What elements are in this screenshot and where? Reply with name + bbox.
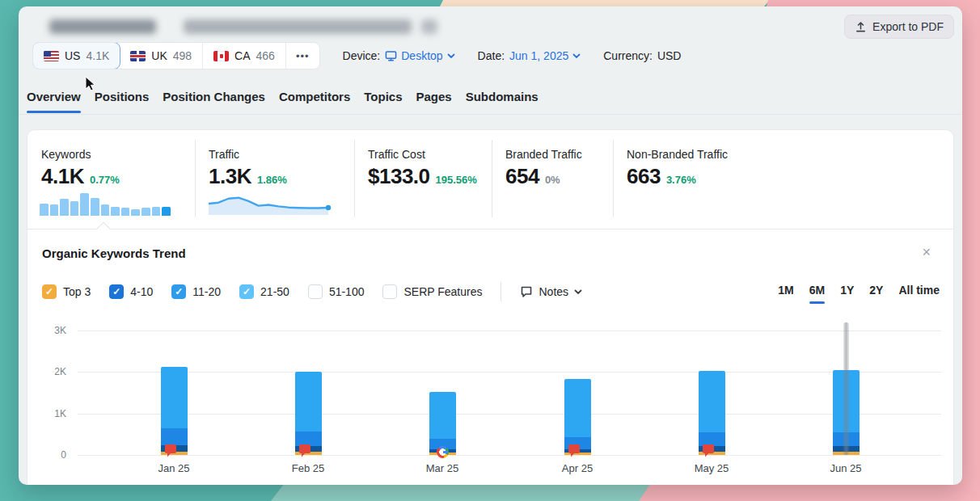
bar-segment-21-50[interactable] bbox=[161, 367, 188, 428]
overview-card: Keywords 4.1K 0.77% Traffic 1.3K 1.86% bbox=[27, 129, 954, 485]
country-tab-uk[interactable]: UK 498 bbox=[120, 43, 203, 69]
ca-flag-icon bbox=[213, 51, 229, 61]
bar-segment-21-50[interactable] bbox=[564, 379, 591, 438]
country-code: UK bbox=[151, 49, 167, 62]
chart-hover-indicator bbox=[843, 322, 849, 455]
x-axis-label: May 25 bbox=[683, 462, 740, 474]
gridline bbox=[78, 330, 941, 331]
country-selector: US 4.1K UK 498 CA 466 ••• bbox=[32, 42, 320, 69]
export-button-label: Export to PDF bbox=[872, 20, 944, 33]
chevron-down-icon bbox=[572, 53, 581, 59]
country-code: US bbox=[65, 49, 80, 62]
country-count: 466 bbox=[256, 49, 275, 62]
gridline bbox=[78, 455, 941, 456]
device-filter[interactable]: Device: Desktop bbox=[343, 49, 455, 62]
device-label: Device: bbox=[343, 49, 381, 62]
tabs-separator bbox=[19, 114, 962, 115]
section-tabs: Overview Positions Position Changes Comp… bbox=[27, 90, 539, 113]
x-axis-label: Apr 25 bbox=[549, 462, 606, 474]
device-value: Desktop bbox=[401, 49, 442, 62]
tab-positions[interactable]: Positions bbox=[95, 90, 150, 113]
x-axis-label: Jan 25 bbox=[146, 462, 202, 474]
chevron-down-icon bbox=[447, 53, 455, 59]
y-axis-tick-label: 1K bbox=[39, 408, 66, 419]
more-countries-button[interactable]: ••• bbox=[286, 43, 319, 69]
device-dropdown[interactable]: Desktop bbox=[385, 49, 454, 62]
export-icon bbox=[855, 21, 867, 33]
country-count: 498 bbox=[173, 49, 192, 62]
country-tab-us[interactable]: US 4.1K bbox=[32, 42, 120, 69]
y-axis-tick-label: 0 bbox=[39, 449, 66, 461]
desktop-background: Export to PDF US 4.1K UK 498 CA 466 bbox=[0, 0, 980, 501]
note-flag-icon[interactable] bbox=[703, 444, 714, 457]
gridline bbox=[78, 372, 941, 373]
note-flag-icon[interactable] bbox=[165, 444, 176, 457]
tab-position-changes[interactable]: Position Changes bbox=[163, 90, 265, 113]
y-axis-tick-label: 3K bbox=[39, 325, 66, 336]
x-axis-label: Mar 25 bbox=[414, 462, 471, 474]
tab-pages[interactable]: Pages bbox=[416, 90, 452, 113]
tab-overview[interactable]: Overview bbox=[27, 90, 81, 113]
desktop-icon bbox=[385, 50, 397, 62]
note-flag-icon[interactable] bbox=[299, 444, 310, 457]
google-update-icon[interactable] bbox=[437, 446, 449, 458]
bar-segment-21-50[interactable] bbox=[699, 371, 725, 432]
uk-flag-icon bbox=[130, 51, 146, 61]
tab-topics[interactable]: Topics bbox=[364, 90, 402, 113]
x-axis-label: Feb 25 bbox=[280, 462, 336, 474]
bar-segment-21-50[interactable] bbox=[429, 392, 456, 440]
date-label: Date: bbox=[478, 49, 505, 62]
organic-keywords-trend-chart[interactable]: 01K2K3KJan 25Feb 25Mar 25Apr 25May 25Jun… bbox=[27, 130, 953, 485]
tab-competitors[interactable]: Competitors bbox=[279, 90, 350, 113]
y-axis-tick-label: 2K bbox=[39, 366, 66, 377]
gridline bbox=[78, 414, 941, 415]
filters-toolbar: US 4.1K UK 498 CA 466 ••• Device: bbox=[32, 42, 681, 69]
country-count: 4.1K bbox=[86, 49, 109, 62]
x-axis-label: Jun 25 bbox=[817, 462, 874, 474]
bar-segment-11-20[interactable] bbox=[161, 428, 188, 445]
note-flag-icon[interactable] bbox=[568, 444, 580, 457]
date-value: Jun 1, 2025 bbox=[509, 49, 568, 62]
date-filter[interactable]: Date: Jun 1, 2025 bbox=[478, 49, 581, 62]
date-dropdown[interactable]: Jun 1, 2025 bbox=[509, 49, 581, 62]
currency-label: Currency: bbox=[603, 49, 653, 62]
country-code: CA bbox=[234, 49, 250, 62]
country-tab-ca[interactable]: CA 466 bbox=[203, 43, 286, 69]
us-flag-icon bbox=[44, 51, 59, 61]
organic-research-window: Export to PDF US 4.1K UK 498 CA 466 bbox=[19, 6, 962, 485]
redacted-domain-name bbox=[184, 19, 412, 34]
redacted-report-title bbox=[49, 19, 156, 34]
currency-display: Currency: USD bbox=[603, 49, 681, 62]
bar-segment-21-50[interactable] bbox=[295, 372, 322, 431]
currency-value: USD bbox=[657, 49, 682, 62]
export-to-pdf-button[interactable]: Export to PDF bbox=[844, 15, 954, 39]
tab-subdomains[interactable]: Subdomains bbox=[466, 90, 539, 113]
redacted-info-icon bbox=[421, 19, 437, 34]
